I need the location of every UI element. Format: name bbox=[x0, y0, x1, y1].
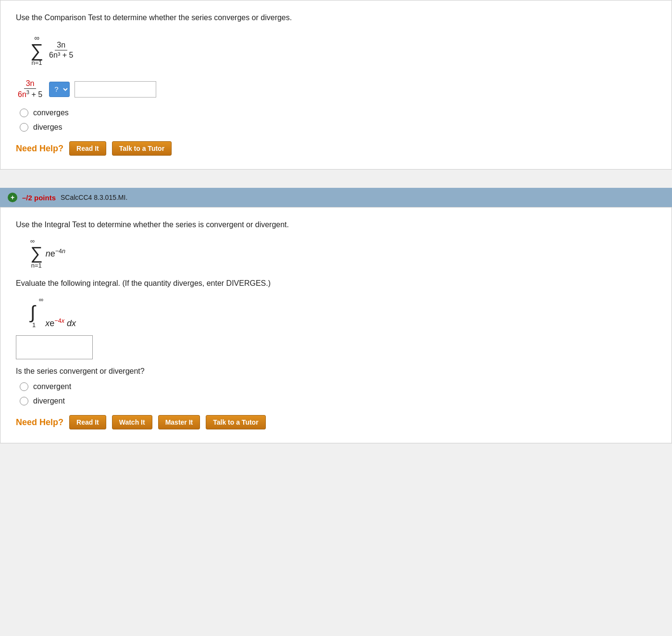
master-it-button[interactable]: Master It bbox=[158, 415, 200, 429]
converges-label: converges bbox=[33, 109, 69, 117]
comparison-dropdown[interactable]: ? ≤ ≥ bbox=[49, 82, 70, 97]
option-divergent[interactable]: divergent bbox=[20, 397, 656, 405]
comp-denominator: 6n3 + 5 bbox=[16, 89, 44, 99]
section-gap bbox=[0, 178, 672, 188]
read-it-button-2[interactable]: Read It bbox=[69, 415, 106, 429]
integral-answer-box[interactable] bbox=[16, 335, 93, 359]
series-convergence-question: Is the series convergent or divergent? bbox=[16, 367, 656, 376]
problem1-section: Use the Comparison Test to determine whe… bbox=[0, 0, 672, 170]
problem1-series-formula: ∞ ∑ n=1 3n 6n³ + 5 bbox=[30, 34, 75, 66]
option-convergent[interactable]: convergent bbox=[20, 382, 656, 391]
radio-convergent[interactable] bbox=[20, 382, 28, 391]
integral-expression: xe−4x dx bbox=[45, 318, 76, 329]
problem-id: SCalcCC4 8.3.015.MI. bbox=[61, 194, 127, 201]
integral-container: ∞ ∫ 1 bbox=[30, 296, 43, 329]
read-it-button-1[interactable]: Read It bbox=[69, 141, 106, 156]
need-help-label-1: Need Help? bbox=[16, 144, 63, 154]
problem1-numerator: 3n bbox=[55, 41, 67, 50]
sigma2-expr: ne−4n bbox=[46, 248, 65, 259]
problem2-section: Use the Integral Test to determine wheth… bbox=[0, 207, 672, 443]
integral-instruction: Evaluate the following integral. (If the… bbox=[16, 278, 656, 289]
talk-tutor-button-1[interactable]: Talk to a Tutor bbox=[112, 141, 172, 156]
convergent-label: convergent bbox=[33, 382, 71, 391]
problem1-denominator: 6n³ + 5 bbox=[47, 50, 75, 60]
integral-upper: ∞ bbox=[39, 296, 43, 303]
option-converges[interactable]: converges bbox=[20, 109, 656, 117]
problem2-instruction: Use the Integral Test to determine wheth… bbox=[16, 219, 656, 231]
problem2-radio-group: convergent divergent bbox=[20, 382, 656, 405]
sigma2-sub: n=1 bbox=[31, 262, 42, 269]
comparison-input[interactable] bbox=[75, 81, 156, 98]
plus-icon[interactable]: + bbox=[8, 193, 17, 202]
problem2-header: + –/2 points SCalcCC4 8.3.015.MI. bbox=[0, 188, 672, 207]
need-help-row-2: Need Help? Read It Watch It Master It Ta… bbox=[16, 415, 656, 429]
page-wrapper: Use the Comparison Test to determine whe… bbox=[0, 0, 672, 443]
integral-answer-input[interactable] bbox=[16, 336, 92, 359]
comparison-row: 3n 6n3 + 5 ? ≤ ≥ bbox=[16, 79, 656, 99]
sigma-from-1: n=1 bbox=[32, 60, 42, 66]
integral-symbol: ∫ bbox=[30, 303, 35, 321]
option-diverges[interactable]: diverges bbox=[20, 123, 656, 132]
integral-formula: ∞ ∫ 1 xe−4x dx bbox=[30, 296, 656, 329]
need-help-label-2: Need Help? bbox=[16, 417, 63, 428]
watch-it-button[interactable]: Watch It bbox=[112, 415, 152, 429]
radio-diverges[interactable] bbox=[20, 123, 28, 132]
sigma2-big: ∑ bbox=[30, 245, 43, 262]
problem1-radio-group: converges diverges bbox=[20, 109, 656, 132]
comp-numerator: 3n bbox=[24, 79, 37, 89]
radio-divergent[interactable] bbox=[20, 397, 28, 405]
points-display: –/2 points bbox=[22, 194, 56, 202]
problem1-fraction: 3n 6n³ + 5 bbox=[47, 41, 75, 60]
need-help-row-1: Need Help? Read It Talk to a Tutor bbox=[16, 141, 656, 156]
integral-lower: 1 bbox=[32, 321, 36, 329]
problem2-series: ∞ ∑ n=1 ne−4n bbox=[30, 237, 656, 269]
diverges-label: diverges bbox=[33, 123, 62, 132]
radio-converges[interactable] bbox=[20, 109, 28, 117]
comparison-fraction: 3n 6n3 + 5 bbox=[16, 79, 44, 99]
sigma2-symbol: ∞ ∑ n=1 bbox=[30, 237, 43, 269]
problem1-instruction: Use the Comparison Test to determine whe… bbox=[16, 12, 656, 24]
talk-tutor-button-2[interactable]: Talk to a Tutor bbox=[206, 415, 265, 429]
sigma-symbol-1: ∞ ∑ n=1 bbox=[30, 34, 43, 66]
divergent-label: divergent bbox=[33, 397, 65, 405]
